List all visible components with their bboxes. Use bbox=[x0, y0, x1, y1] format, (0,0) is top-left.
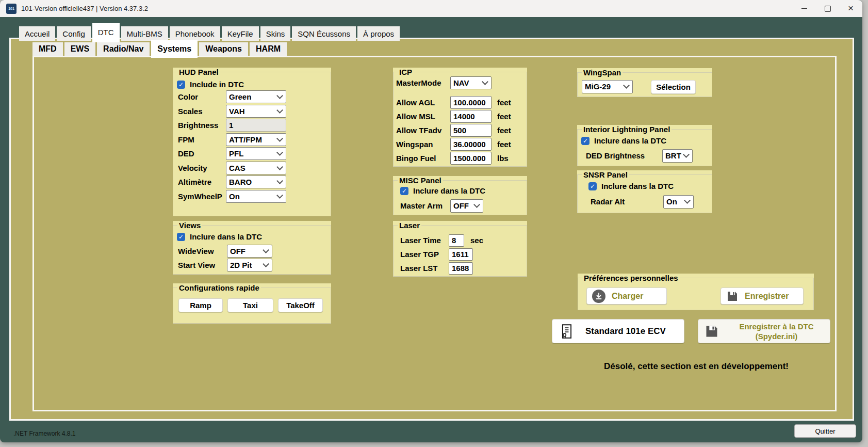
chevron-down-icon bbox=[263, 261, 269, 267]
charger-button[interactable]: Charger bbox=[586, 288, 667, 305]
snsr-radar-alt-row: Radar Alt On bbox=[591, 195, 694, 208]
icp-tfadv-row: Allow TFadv 500 feet bbox=[396, 124, 511, 137]
tab-weapons[interactable]: Weapons bbox=[199, 42, 248, 56]
icp-wingspan-row: Wingspan 36.00000 feet bbox=[396, 138, 511, 151]
select-value: ATT/FPM bbox=[229, 135, 262, 144]
section-title: ICP bbox=[398, 68, 414, 76]
minimize-icon bbox=[801, 8, 807, 9]
quit-button[interactable]: Quitter bbox=[794, 424, 856, 438]
select-value: OFF bbox=[230, 247, 245, 256]
field-label: Laser TGP bbox=[400, 250, 449, 259]
hud-ded-select[interactable]: PFL bbox=[226, 147, 286, 160]
field-value: 1611 bbox=[452, 250, 469, 259]
hud-panel-group: HUD Panel ✓ Include in DTC Color Green S… bbox=[173, 68, 331, 216]
tab-multi-bms[interactable]: Multi-BMS bbox=[121, 26, 168, 41]
tab-skins[interactable]: Skins bbox=[260, 26, 291, 41]
field-label: Bingo Fuel bbox=[396, 154, 450, 163]
icp-msl-field[interactable]: 14000 bbox=[450, 110, 492, 123]
close-icon: × bbox=[848, 3, 854, 13]
checkbox-label: Include in DTC bbox=[190, 80, 244, 89]
hud-include-row: ✓ Include in DTC bbox=[177, 80, 244, 89]
check-mark: ✓ bbox=[178, 234, 184, 240]
checkbox-label: Inclure dans la DTC bbox=[190, 232, 262, 241]
app-window: 101 101-Version officielle437 | Version … bbox=[0, 0, 862, 442]
field-label: DED bbox=[178, 149, 226, 158]
laser-tgp-row: Laser TGP 1611 bbox=[400, 248, 473, 261]
icp-wingspan-field[interactable]: 36.00000 bbox=[450, 138, 492, 151]
dtc-sub-tab-strip: MFD EWS Radio/Nav Systems Weapons HARM bbox=[32, 42, 287, 58]
tab-mfd[interactable]: MFD bbox=[32, 42, 63, 56]
tab-accueil[interactable]: Accueil bbox=[19, 26, 55, 41]
checkbox-checked-icon[interactable]: ✓ bbox=[581, 137, 589, 145]
icp-mastermode-select[interactable]: NAV bbox=[450, 76, 492, 89]
hud-brightness-field[interactable]: 1 bbox=[226, 119, 286, 132]
misc-include-row: ✓ Inclure dans la DTC bbox=[400, 186, 485, 195]
views-startview-select[interactable]: 2D Pit bbox=[227, 259, 272, 272]
tab-phonebook[interactable]: Phonebook bbox=[170, 26, 220, 41]
hud-altimetre-select[interactable]: BARO bbox=[226, 175, 286, 188]
hud-brightness-row: Brightness 1 bbox=[178, 119, 286, 132]
laser-time-field[interactable]: 8 bbox=[449, 234, 464, 247]
preferences-group: Préférences personnelles Charger Enregis… bbox=[578, 274, 814, 310]
maximize-icon bbox=[825, 6, 831, 12]
floppy-disk-icon bbox=[705, 324, 719, 339]
chevron-down-icon bbox=[276, 135, 283, 142]
field-label: Wingspan bbox=[396, 140, 450, 149]
selection-button[interactable]: Sélection bbox=[651, 80, 696, 94]
icp-bingo-field[interactable]: 1500.000 bbox=[450, 152, 492, 165]
interior-ded-brightness-select[interactable]: BRT bbox=[662, 149, 693, 163]
views-group: Views ✓ Inclure dans la DTC WideView OFF… bbox=[173, 221, 331, 275]
takeoff-button[interactable]: TakeOff bbox=[278, 298, 323, 312]
checkbox-checked-icon[interactable]: ✓ bbox=[588, 182, 597, 190]
tab-a-propos[interactable]: À propos bbox=[357, 26, 400, 41]
ramp-button[interactable]: Ramp bbox=[178, 298, 223, 312]
field-label: Laser Time bbox=[400, 236, 449, 245]
tab-ews[interactable]: EWS bbox=[64, 42, 95, 56]
hud-velocity-select[interactable]: CAS bbox=[226, 162, 286, 174]
snsr-radar-alt-select[interactable]: On bbox=[663, 195, 694, 209]
laser-lst-field[interactable]: 1688 bbox=[449, 262, 473, 275]
select-value: MiG-29 bbox=[585, 82, 611, 91]
tab-sqn-ecussons[interactable]: SQN Écussons bbox=[292, 26, 356, 41]
hud-symwheel-select[interactable]: On bbox=[226, 190, 286, 203]
standard-101e-ecv-button[interactable]: Standard 101e ECV bbox=[552, 319, 684, 343]
save-to-dtc-button[interactable]: Enregistrer à la DTC (Spyder.ini) bbox=[698, 319, 830, 343]
field-value: 36.00000 bbox=[453, 140, 486, 149]
wingspan-aircraft-select[interactable]: MiG-29 bbox=[582, 80, 633, 93]
main-tab-strip: Accueil Config DTC Multi-BMS Phonebook K… bbox=[19, 23, 400, 41]
unit-label: feet bbox=[497, 140, 511, 149]
section-title: HUD Panel bbox=[177, 68, 220, 76]
icp-bingo-row: Bingo Fuel 1500.000 lbs bbox=[396, 152, 509, 165]
close-button[interactable]: × bbox=[839, 0, 862, 17]
enregistrer-button[interactable]: Enregistrer bbox=[720, 288, 804, 305]
tab-systems[interactable]: Systems bbox=[151, 40, 198, 58]
select-value: BARO bbox=[229, 178, 252, 186]
taxi-button[interactable]: Taxi bbox=[227, 298, 273, 312]
field-label: WideView bbox=[178, 247, 227, 256]
tab-dtc[interactable]: DTC bbox=[92, 23, 120, 42]
laser-lst-row: Laser LST 1688 bbox=[400, 262, 473, 275]
checkbox-checked-icon[interactable]: ✓ bbox=[177, 81, 185, 89]
field-label: Color bbox=[178, 92, 226, 101]
icp-group: ICP MasterMode NAV Allow AGL 100.0000 fe… bbox=[393, 68, 527, 167]
icp-agl-field[interactable]: 100.0000 bbox=[450, 96, 492, 109]
icp-tfadv-field[interactable]: 500 bbox=[450, 124, 492, 137]
checkbox-checked-icon[interactable]: ✓ bbox=[177, 233, 185, 241]
field-value: 8 bbox=[452, 236, 456, 245]
interior-ded-brightness-row: DED Brightness BRT bbox=[586, 149, 693, 162]
hud-color-select[interactable]: Green bbox=[226, 90, 286, 103]
field-value: 1500.000 bbox=[453, 154, 486, 163]
misc-masterarm-select[interactable]: OFF bbox=[450, 199, 483, 213]
tab-radio-nav[interactable]: Radio/Nav bbox=[97, 42, 150, 56]
tab-keyfile[interactable]: KeyFile bbox=[222, 26, 259, 41]
maximize-button[interactable] bbox=[816, 0, 839, 17]
hud-fpm-select[interactable]: ATT/FPM bbox=[226, 133, 286, 146]
hud-scales-select[interactable]: VAH bbox=[226, 105, 286, 118]
tab-harm[interactable]: HARM bbox=[250, 42, 287, 56]
views-wideview-select[interactable]: OFF bbox=[227, 245, 272, 258]
checkbox-checked-icon[interactable]: ✓ bbox=[400, 187, 408, 195]
laser-tgp-field[interactable]: 1611 bbox=[449, 248, 473, 261]
minimize-button[interactable] bbox=[793, 0, 816, 17]
tab-config[interactable]: Config bbox=[57, 26, 90, 41]
field-label: Altimètre bbox=[178, 178, 226, 186]
